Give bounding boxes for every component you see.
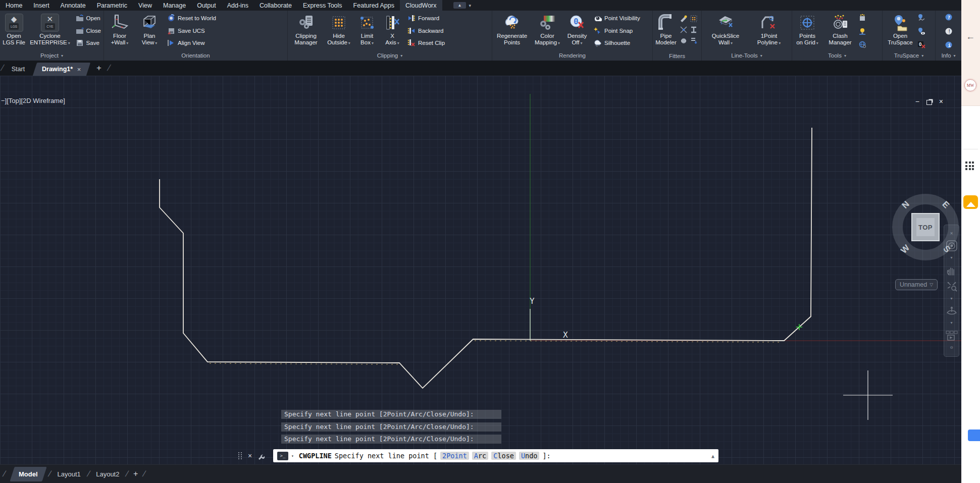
fit-beam-icon[interactable] (690, 26, 698, 34)
drawing-viewport[interactable]: −][Top][2D Wireframe] − × X Y N E W S (0, 76, 961, 464)
tab-featured-apps[interactable]: Featured Apps (348, 0, 400, 11)
clash-manager-button[interactable]: Clash Manager (824, 12, 856, 50)
navbar-close-icon[interactable]: ✕ (950, 232, 953, 236)
fit-cylinder-icon[interactable] (680, 15, 688, 23)
showmotion-icon[interactable] (946, 330, 958, 341)
color-mapping-button[interactable]: Color Mapping▾ (531, 12, 563, 50)
tab-home[interactable]: Home (0, 0, 28, 11)
x-axis-button[interactable]: X Axis▾ (380, 12, 404, 50)
tab-cloudworx[interactable]: CloudWorx (400, 0, 442, 11)
recent-commands-icon[interactable]: ▾ (291, 454, 294, 458)
tab-layout2[interactable]: Layout2 (89, 470, 126, 478)
keyword-close[interactable]: Close (491, 452, 516, 460)
command-prompt-icon[interactable]: >_ (277, 452, 288, 460)
panel-label-info[interactable]: Info▾ (936, 50, 961, 61)
photos-icon[interactable] (963, 195, 978, 209)
chevron-down-icon[interactable]: ▾ (950, 256, 952, 260)
drawing-canvas[interactable]: X Y (0, 76, 961, 464)
customize-wrench-icon[interactable] (257, 452, 266, 460)
viewcube-top-face[interactable]: TOP (911, 213, 940, 241)
panel-label-project[interactable]: Project▾ (0, 50, 104, 61)
limit-box-button[interactable]: Limit Box▾ (354, 12, 380, 50)
tab-annotate[interactable]: Annotate (55, 0, 91, 11)
close-tab-icon[interactable]: × (77, 66, 81, 73)
tab-output[interactable]: Output (191, 0, 222, 11)
close-command-line-icon[interactable]: × (248, 452, 252, 460)
pipe-modeler-button[interactable]: Pipe Modeler (653, 12, 679, 51)
project-save-button[interactable]: Save (76, 39, 101, 47)
tab-insert[interactable]: Insert (28, 0, 55, 11)
clip-backward-button[interactable]: Backward (407, 27, 489, 35)
panel-label-fitters[interactable]: Fitters (653, 51, 701, 61)
sketch-polyline[interactable] (160, 128, 812, 388)
keyword-undo[interactable]: Undo (519, 452, 540, 460)
fit-patch-icon[interactable] (690, 15, 698, 23)
tab-start[interactable]: Start (5, 63, 32, 76)
density-off-button[interactable]: 0 Density Off▾ (563, 12, 591, 50)
ribbon-collapse-icon[interactable]: ▲ (453, 2, 467, 9)
silhouette-button[interactable]: h Silhouette (594, 39, 650, 47)
truspace-path-icon[interactable] (917, 14, 925, 22)
navigation-bar[interactable]: ✕ ▾ ▾ ▾ ⊖ (944, 225, 959, 357)
clip-forward-button[interactable]: Forward (407, 14, 489, 22)
panel-label-truspace[interactable]: TruSpace▾ (883, 50, 935, 61)
point-visibility-button[interactable]: Point Visibility (594, 14, 650, 22)
points-on-grid-button[interactable]: Points on Grid▾ (793, 12, 822, 50)
project-open-button[interactable]: Open (76, 14, 101, 22)
new-layout-button[interactable]: + (128, 469, 143, 478)
collapse-command-history-icon[interactable]: ▲ (711, 453, 714, 459)
keyword-arc[interactable]: Arc (472, 452, 488, 460)
tab-layout1[interactable]: Layout1 (50, 470, 87, 478)
open-truspace-button[interactable]: Open TruSpace (883, 12, 917, 50)
tab-addins[interactable]: Add-ins (222, 0, 254, 11)
one-point-polyline-button[interactable]: 1 1Point Polyline▾ (750, 12, 788, 50)
chevron-down-icon[interactable]: ▾ (950, 321, 952, 325)
tools-bulb-icon[interactable] (858, 27, 866, 35)
hide-outside-button[interactable]: Hide Outside▾ (324, 12, 354, 50)
tab-express-tools[interactable]: Express Tools (297, 0, 348, 11)
orbit-icon[interactable] (946, 305, 957, 316)
panel-label-rendering[interactable]: Rendering (492, 50, 652, 61)
panel-label-line-tools[interactable]: Line-Tools▾ (702, 50, 792, 61)
tab-collaborate[interactable]: Collaborate (254, 0, 297, 11)
reset-to-world-button[interactable]: Reset to World (167, 14, 285, 22)
pan-hand-icon[interactable] (946, 265, 957, 276)
tab-parametric[interactable]: Parametric (91, 0, 133, 11)
tools-report-icon[interactable] (858, 14, 866, 22)
apps-grid-icon[interactable] (965, 162, 974, 170)
panel-label-tools[interactable]: Tools▾ (792, 50, 882, 61)
truspace-visibility-icon[interactable] (917, 27, 925, 35)
tab-drawing1[interactable]: Drawing1* × (33, 63, 90, 76)
ribbon-collapse-control[interactable]: ▲ ▾ (453, 0, 471, 11)
command-line-bar[interactable]: >_ ▾ CWGPLINE Specify next line point [ … (273, 449, 718, 462)
about-icon[interactable]: i (945, 41, 953, 49)
save-ucs-button[interactable]: Save UCS (167, 27, 285, 35)
new-drawing-button[interactable]: + (91, 63, 107, 73)
quickslice-wall-button[interactable]: 1 QuickSlice Wall▾ (706, 12, 745, 50)
ucs-dropdown[interactable]: Unnamed ▽ (895, 279, 938, 290)
reset-clip-button[interactable]: Reset Clip (407, 39, 489, 47)
navigation-wheel-icon[interactable] (946, 240, 957, 251)
regenerate-points-button[interactable]: Regenerate Points (493, 12, 531, 50)
chevron-down-icon[interactable]: ▾ (950, 297, 952, 301)
chevron-down-icon[interactable]: ▾ (469, 3, 471, 8)
plan-view-button[interactable]: Plan View▾ (135, 12, 164, 50)
back-arrow-icon[interactable]: ← (966, 31, 975, 42)
fit-intersect-icon[interactable] (680, 26, 688, 34)
clipping-manager-button[interactable]: Clipping Manager (288, 12, 324, 50)
panel-label-orientation[interactable]: Orientation (104, 50, 287, 61)
mw-badge-icon[interactable]: MW (964, 79, 976, 91)
fit-sphere-icon[interactable] (680, 37, 688, 45)
drive-icon[interactable] (968, 430, 980, 441)
navbar-customize-icon[interactable]: ⊖ (950, 346, 953, 350)
tab-view[interactable]: View (133, 0, 158, 11)
truspace-off-icon[interactable]: O (917, 40, 925, 48)
tools-globe-icon[interactable] (858, 40, 866, 48)
align-view-button[interactable]: Align View (167, 39, 285, 47)
fit-extend-icon[interactable] (690, 37, 698, 45)
tab-model[interactable]: Model (10, 467, 47, 481)
cyclone-enterprise-button[interactable]: ✕ CYE Cyclone ENTERPRISE▾ (27, 12, 72, 50)
tab-manage[interactable]: Manage (158, 0, 191, 11)
drag-grip-icon[interactable] (238, 452, 242, 459)
keyword-2point[interactable]: 2Point (440, 452, 469, 460)
